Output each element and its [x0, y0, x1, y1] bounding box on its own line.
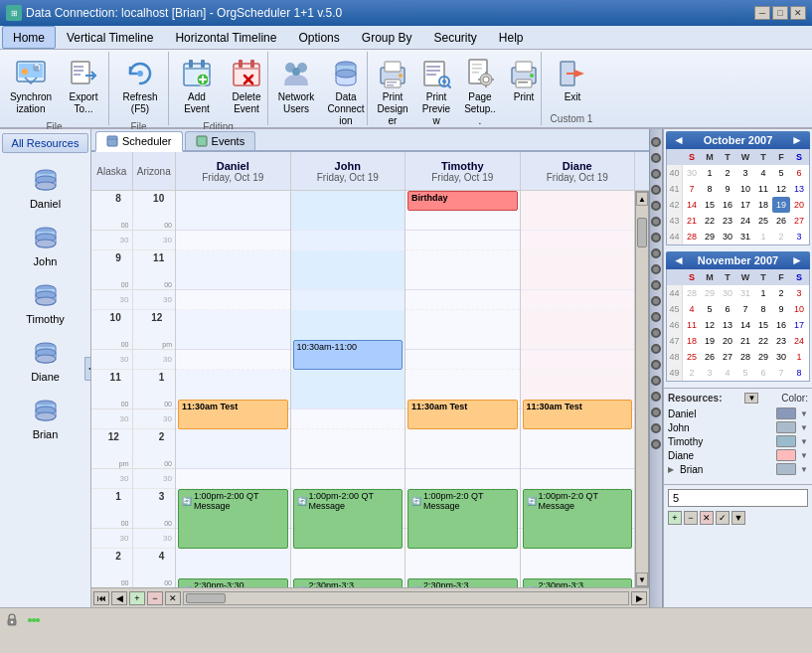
event-timothy-birthday[interactable]: Birthday	[407, 191, 518, 211]
cal-day-25[interactable]: 25	[754, 213, 772, 229]
cal-day-19-today[interactable]: 19	[772, 197, 790, 213]
cal-day-1[interactable]: 1	[701, 165, 719, 181]
cal-day-18[interactable]: 18	[754, 197, 772, 213]
cal-day-20[interactable]: 20	[790, 197, 808, 213]
vertical-scrollbar[interactable]: ▲ ▼	[635, 191, 649, 587]
tab-scheduler[interactable]: Scheduler	[95, 131, 183, 152]
horizontal-scrollbar[interactable]	[183, 591, 629, 605]
event-diane-qt[interactable]: 🔄 1:00pm-2:0 QT Message	[523, 489, 633, 549]
menu-horizontal-timeline[interactable]: Horizontal Timeline	[164, 26, 287, 49]
nav-prev-button[interactable]: ◀	[111, 591, 127, 605]
page-setup-button[interactable]: Page Setup...	[459, 54, 501, 131]
synchronization-button[interactable]: Synchronization	[4, 54, 58, 119]
menu-help[interactable]: Help	[488, 26, 535, 49]
scroll-thumb[interactable]	[637, 218, 647, 247]
cal-day-3-next[interactable]: 3	[790, 229, 808, 245]
status-minus-button[interactable]: −	[684, 511, 698, 525]
nav-remove-button[interactable]: −	[147, 591, 163, 605]
prev-month-nov-button[interactable]: ◄	[670, 253, 688, 267]
cal-day-12[interactable]: 12	[772, 181, 790, 197]
cal-day-15[interactable]: 15	[701, 197, 719, 213]
resource-item-daniel[interactable]: Daniel	[2, 159, 88, 215]
cal-day-16[interactable]: 16	[719, 197, 736, 213]
resource-expand-brian[interactable]: ▶	[668, 465, 674, 474]
cal-day-6[interactable]: 6	[790, 165, 808, 181]
event-diane-test[interactable]: 11:30am Test	[523, 400, 633, 429]
minimize-button[interactable]: ─	[754, 6, 770, 20]
event-daniel-test[interactable]: 11:30am Test	[178, 400, 288, 429]
data-connection-button[interactable]: Data Connection	[322, 54, 370, 131]
cal-day-24[interactable]: 24	[736, 213, 754, 229]
cal-day-31[interactable]: 31	[736, 229, 754, 245]
cal-day-7[interactable]: 7	[683, 181, 701, 197]
scroll-h-thumb[interactable]	[186, 593, 226, 603]
menu-vertical-timeline[interactable]: Vertical Timeline	[56, 26, 164, 49]
event-timothy-qt[interactable]: 🔄 1:00pm-2:0 QT Message	[407, 489, 518, 549]
resource-color-dropdown-john[interactable]: ▼	[800, 423, 808, 432]
resource-item-timothy[interactable]: Timothy	[2, 274, 88, 330]
cal-day-26[interactable]: 26	[772, 213, 790, 229]
cal-day-27[interactable]: 27	[790, 213, 808, 229]
tab-events[interactable]: Events	[185, 131, 256, 150]
event-diane-conf[interactable]: 🔄 2:30pm-3:3 Conference	[523, 578, 633, 587]
status-delete-button[interactable]: ✕	[700, 511, 714, 525]
next-month-nov-button[interactable]: ►	[788, 253, 806, 267]
cal-day-21[interactable]: 21	[683, 213, 701, 229]
cal-day-3[interactable]: 3	[736, 165, 754, 181]
maximize-button[interactable]: □	[772, 6, 788, 20]
add-event-button[interactable]: Add Event	[173, 54, 221, 119]
resource-color-dropdown-brian[interactable]: ▼	[800, 465, 808, 474]
resource-color-daniel[interactable]	[776, 408, 796, 419]
collapse-panel-button[interactable]: ◀	[84, 357, 91, 381]
event-john-qt[interactable]: 🔄 1:00pm-2:00 QT Message	[293, 489, 404, 549]
cal-day-2-next[interactable]: 2	[772, 229, 790, 245]
event-john-conf[interactable]: 🔄 2:30pm-3:3 Conference	[293, 578, 404, 587]
print-preview-button[interactable]: Print Preview	[415, 54, 457, 131]
cal-day-29[interactable]: 29	[701, 229, 719, 245]
cal-day-10[interactable]: 10	[736, 181, 754, 197]
resource-color-brian[interactable]	[776, 463, 796, 475]
event-timothy-test[interactable]: 11:30am Test	[407, 400, 518, 429]
nav-next-button[interactable]: ▶	[631, 591, 647, 605]
cal-day-11[interactable]: 11	[754, 181, 772, 197]
cal-day-23[interactable]: 23	[719, 213, 736, 229]
cal-day-30-prev[interactable]: 30	[683, 165, 701, 181]
scroll-up-button[interactable]: ▲	[636, 192, 648, 206]
event-john-meeting[interactable]: 10:30am-11:00	[293, 340, 404, 370]
print-button[interactable]: Print	[503, 54, 545, 111]
resources-dropdown-icon[interactable]: ▼	[744, 393, 758, 404]
prev-month-oct-button[interactable]: ◄	[670, 133, 688, 147]
cal-day-8[interactable]: 8	[701, 181, 719, 197]
cal-day-4[interactable]: 4	[754, 165, 772, 181]
nav-delete-button[interactable]: ✕	[165, 591, 181, 605]
resource-item-brian[interactable]: Brian	[2, 390, 88, 445]
menu-security[interactable]: Security	[423, 26, 488, 49]
status-filter-button[interactable]: ▼	[731, 511, 745, 525]
all-resources-button[interactable]: All Resources	[2, 133, 88, 153]
next-month-oct-button[interactable]: ►	[788, 133, 806, 147]
resource-color-timothy[interactable]	[776, 435, 796, 447]
cal-day-2[interactable]: 2	[719, 165, 736, 181]
nav-first-button[interactable]: ⏮	[93, 591, 109, 605]
cal-day-13[interactable]: 13	[790, 181, 808, 197]
cal-day-28[interactable]: 28	[683, 229, 701, 245]
menu-home[interactable]: Home	[2, 26, 56, 49]
resource-color-diane[interactable]	[776, 449, 796, 461]
cal-day-5[interactable]: 5	[772, 165, 790, 181]
scroll-down-button[interactable]: ▼	[636, 572, 648, 586]
resource-color-dropdown-daniel[interactable]: ▼	[800, 409, 808, 418]
cal-day-9[interactable]: 9	[719, 181, 736, 197]
menu-group-by[interactable]: Group By	[351, 26, 423, 49]
nav-add-button[interactable]: +	[129, 591, 145, 605]
cal-day-22[interactable]: 22	[701, 213, 719, 229]
print-designer-button[interactable]: Print Designer	[372, 54, 413, 131]
menu-options[interactable]: Options	[287, 26, 350, 49]
event-daniel-conf[interactable]: 🔄 2:30pm-3:30 Conference	[178, 578, 288, 587]
status-add-button[interactable]: +	[668, 511, 682, 525]
resource-item-diane[interactable]: Diane	[2, 332, 88, 388]
event-daniel-qt[interactable]: 🔄 1:00pm-2:00 QT Message	[178, 489, 288, 549]
cal-day-1-next[interactable]: 1	[754, 229, 772, 245]
close-button[interactable]: ✕	[790, 6, 806, 20]
export-button[interactable]: Export To...	[60, 54, 107, 119]
event-timothy-conf[interactable]: 🔄 2:30pm-3:3 Conference	[407, 578, 518, 587]
